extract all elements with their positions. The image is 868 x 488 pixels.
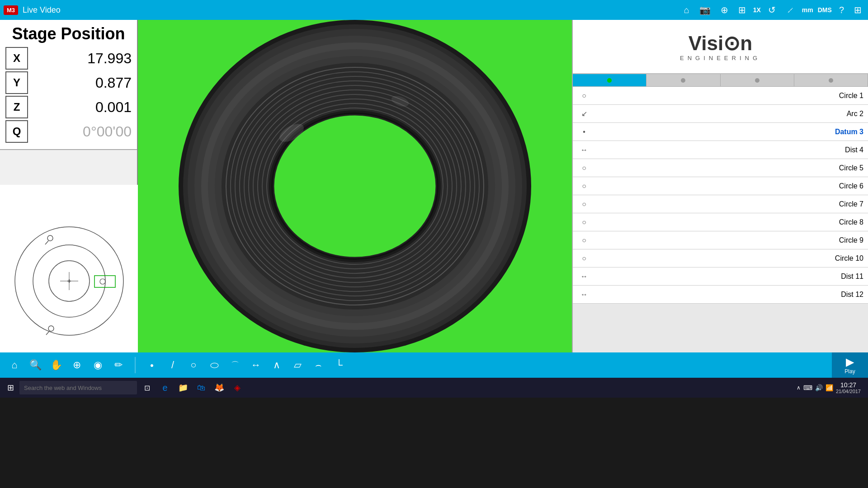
svg-line-12 [46, 331, 49, 335]
meas-row-5[interactable]: ○ Circle 5 [573, 159, 868, 177]
meas-row-11[interactable]: ↔ Dist 11 [573, 267, 868, 286]
y-value: 0.877 [33, 75, 132, 91]
light-tool-btn[interactable]: ◉ [88, 355, 108, 375]
svg-point-11 [48, 326, 54, 331]
z-label-btn[interactable]: Z [5, 96, 28, 118]
corner-tool-btn[interactable]: └ [329, 355, 349, 375]
grid-icon[interactable]: ⊞ [736, 4, 749, 16]
q-value: 0°00'00 [33, 123, 132, 140]
z-value: 0.001 [33, 99, 132, 116]
crosshair-icon[interactable]: ⊕ [718, 4, 731, 16]
meas-name-2: Arc 2 [591, 110, 863, 118]
tray-volume-icon[interactable]: 🔊 [815, 384, 823, 391]
clock-time: 10:27 [836, 381, 861, 389]
video-composite [138, 20, 572, 352]
home-icon[interactable]: ⌂ [681, 4, 692, 16]
tab-3[interactable] [721, 74, 794, 86]
rotate-icon[interactable]: ↺ [765, 4, 778, 16]
right-panel: Visi ⊙ n ENGINEERING ○ Circle 1 ↙ Arc 2 [572, 20, 868, 352]
meas-row-2[interactable]: ↙ Arc 2 [573, 105, 868, 123]
tab-2-dot [681, 78, 685, 83]
system-tray: ∧ ⌨ 🔊 📶 10:27 21/04/2017 [797, 381, 864, 394]
meas-icon-4: ↔ [577, 146, 591, 154]
video-icon[interactable]: 📷 [697, 4, 713, 16]
play-label: Play [844, 368, 855, 375]
app-icon5[interactable]: ◈ [229, 380, 245, 396]
y-label-btn[interactable]: Y [5, 71, 28, 94]
meas-name-10: Circle 10 [591, 254, 863, 263]
tab-1[interactable] [573, 74, 646, 86]
meas-icon-2: ↙ [577, 109, 591, 118]
tab-2[interactable] [646, 74, 720, 86]
meas-name-1: Circle 1 [591, 92, 863, 100]
help-icon[interactable]: ? [836, 4, 847, 16]
play-button[interactable]: ▶ Play [832, 352, 868, 378]
browser-icon2[interactable]: 🦊 [211, 380, 227, 396]
search-input[interactable] [19, 381, 137, 394]
pan-tool-btn[interactable]: ✋ [46, 355, 66, 375]
app-grid-icon[interactable]: ⊞ [851, 4, 864, 16]
arc-tool-btn[interactable]: ⌒ [225, 355, 245, 375]
pen-tool-btn[interactable]: ✏ [108, 355, 128, 375]
meas-name-4: Dist 4 [591, 146, 863, 154]
point-tool-btn[interactable]: ● [142, 355, 162, 375]
unit-dms[interactable]: DMS [818, 6, 832, 14]
meas-name-5: Circle 5 [591, 164, 863, 172]
app-title: Live Video [23, 5, 61, 15]
ellipse-tool-btn[interactable]: ⬭ [204, 355, 224, 375]
zoom-label[interactable]: 1X [753, 6, 761, 14]
store-icon[interactable]: 🛍 [193, 380, 209, 396]
vision-logo: Visi ⊙ n ENGINEERING [573, 20, 868, 74]
meas-row-3[interactable]: • Datum 3 [573, 123, 868, 141]
meas-row-9[interactable]: ○ Circle 9 [573, 231, 868, 249]
meas-icon-3: • [577, 128, 591, 136]
meas-icon-6: ○ [577, 182, 591, 190]
unit-mm[interactable]: mm [802, 6, 813, 14]
crosshair-tool-btn[interactable]: ⊕ [67, 355, 87, 375]
meas-row-10[interactable]: ○ Circle 10 [573, 249, 868, 267]
explorer-icon[interactable]: 📁 [175, 380, 191, 396]
logo-badge[interactable]: M3 [4, 5, 18, 15]
angle-tool-btn[interactable]: ∧ [267, 355, 287, 375]
meas-name-7: Circle 7 [591, 200, 863, 208]
windows-start-btn[interactable]: ⊞ [4, 381, 18, 394]
curve-tool-btn[interactable]: ⌢ [308, 355, 328, 375]
system-clock[interactable]: 10:27 21/04/2017 [836, 381, 861, 394]
meas-row-7[interactable]: ○ Circle 7 [573, 195, 868, 213]
bottom-toolbar: ⌂ 🔍 ✋ ⊕ ◉ ✏ ● / ○ ⬭ ⌒ ↔ ∧ ▱ ⌢ └ ▶ Play [0, 352, 868, 378]
meas-row-12[interactable]: ↔ Dist 12 [573, 286, 868, 304]
meas-row-8[interactable]: ○ Circle 8 [573, 213, 868, 231]
circle-tool-btn[interactable]: ○ [184, 355, 203, 375]
meas-row-6[interactable]: ○ Circle 6 [573, 177, 868, 195]
meas-icon-8: ○ [577, 218, 591, 226]
tray-up-arrow[interactable]: ∧ [797, 385, 801, 391]
vision-engineering-text: ENGINEERING [680, 55, 761, 61]
stage-position-title: Stage Position [5, 24, 132, 43]
cad-svg [6, 193, 132, 365]
tray-keyboard-icon: ⌨ [803, 384, 812, 391]
x-label-btn[interactable]: X [5, 47, 28, 70]
meas-icon-12: ↔ [577, 291, 591, 299]
tab-4-dot [829, 78, 833, 83]
line-tool-btn[interactable]: / [163, 355, 183, 375]
meas-icon-5: ○ [577, 164, 591, 172]
clock-date: 21/04/2017 [836, 389, 861, 394]
measurement-list: ○ Circle 1 ↙ Arc 2 • Datum 3 ↔ Dist 4 ○ … [573, 87, 868, 304]
edge-icon[interactable]: e [157, 380, 173, 396]
meas-row-1[interactable]: ○ Circle 1 [573, 87, 868, 105]
meas-icon-11: ↔ [577, 272, 591, 281]
zoom-tool-btn[interactable]: 🔍 [25, 355, 45, 375]
meas-name-8: Circle 8 [591, 218, 863, 226]
meas-name-12: Dist 12 [591, 291, 863, 299]
q-label-btn[interactable]: Q [5, 120, 28, 143]
tab-4[interactable] [794, 74, 868, 86]
parallelogram-tool-btn[interactable]: ▱ [288, 355, 307, 375]
y-coord-row: Y 0.877 [5, 71, 132, 94]
task-view-btn[interactable]: ⊡ [139, 380, 155, 396]
select-tool-btn[interactable]: ⌂ [5, 355, 24, 375]
slice-icon[interactable]: ⟋ [783, 4, 797, 16]
left-tool-group: ⌂ 🔍 ✋ ⊕ ◉ ✏ [0, 355, 133, 375]
dist-tool-btn[interactable]: ↔ [246, 355, 266, 375]
tab-3-dot [755, 78, 760, 83]
meas-row-4[interactable]: ↔ Dist 4 [573, 141, 868, 159]
